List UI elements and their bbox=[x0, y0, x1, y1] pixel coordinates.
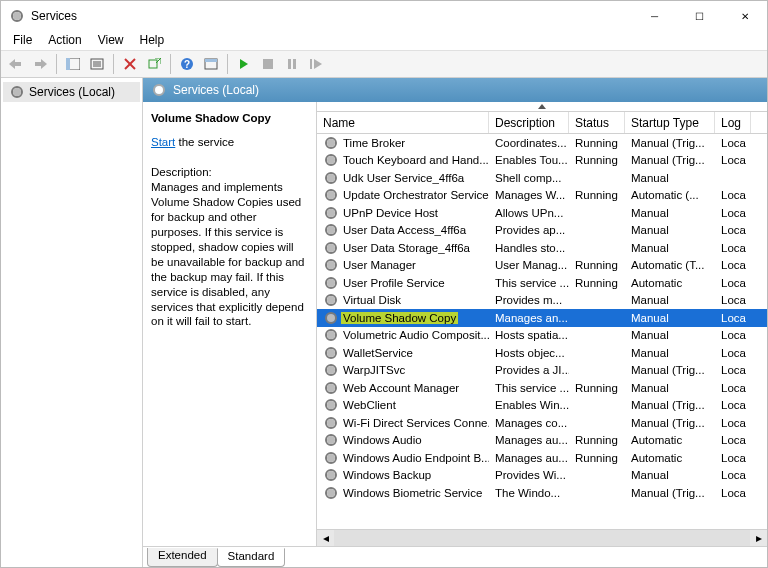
cell-logon: Loca bbox=[715, 137, 751, 149]
table-row[interactable]: UPnP Device HostAllows UPn...ManualLoca bbox=[317, 204, 767, 222]
minimize-button[interactable]: ─ bbox=[632, 1, 677, 31]
cell-logon: Loca bbox=[715, 382, 751, 394]
show-hide-tree-button[interactable] bbox=[62, 53, 84, 75]
menu-action[interactable]: Action bbox=[40, 31, 89, 50]
tab-extended[interactable]: Extended bbox=[147, 548, 218, 567]
tree-pane[interactable]: Services (Local) bbox=[1, 78, 143, 567]
table-row[interactable]: Windows BackupProvides Wi...ManualLoca bbox=[317, 467, 767, 485]
sort-indicator[interactable] bbox=[317, 102, 767, 112]
table-row[interactable]: User Data Storage_4ff6aHandles sto...Man… bbox=[317, 239, 767, 257]
help-button[interactable]: ? bbox=[176, 53, 198, 75]
scroll-left-icon[interactable]: ◂ bbox=[317, 530, 334, 546]
main-split: Volume Shadow Copy Start the service Des… bbox=[143, 102, 767, 546]
table-row[interactable]: WarpJITSvcProvides a JI...Manual (Trig..… bbox=[317, 362, 767, 380]
table-row[interactable]: User ManagerUser Manag...RunningAutomati… bbox=[317, 257, 767, 275]
table-row[interactable]: Volume Shadow CopyManages an...ManualLoc… bbox=[317, 309, 767, 327]
detail-title: Volume Shadow Copy bbox=[151, 112, 308, 124]
table-row[interactable]: Update Orchestrator ServiceManages W...R… bbox=[317, 187, 767, 205]
scroll-right-icon[interactable]: ▸ bbox=[750, 530, 767, 546]
window-title: Services bbox=[31, 9, 77, 23]
restart-service-button[interactable] bbox=[305, 53, 327, 75]
table-row[interactable]: User Profile ServiceThis service ...Runn… bbox=[317, 274, 767, 292]
cell-logon: Loca bbox=[715, 207, 751, 219]
menu-file[interactable]: File bbox=[5, 31, 40, 50]
tab-strip: Extended Standard bbox=[143, 546, 767, 567]
cell-startup: Manual bbox=[625, 172, 715, 184]
cell-name: UPnP Device Host bbox=[317, 205, 489, 221]
table-row[interactable]: Windows AudioManages au...RunningAutomat… bbox=[317, 432, 767, 450]
cell-logon: Loca bbox=[715, 329, 751, 341]
table-row[interactable]: Udk User Service_4ff6aShell comp...Manua… bbox=[317, 169, 767, 187]
gear-icon bbox=[323, 152, 339, 168]
gear-icon bbox=[323, 450, 339, 466]
detail-desc-label: Description: bbox=[151, 166, 308, 178]
cell-name: Udk User Service_4ff6a bbox=[317, 170, 489, 186]
gear-icon bbox=[323, 222, 339, 238]
col-status[interactable]: Status bbox=[569, 112, 625, 133]
cell-name: Touch Keyboard and Hand... bbox=[317, 152, 489, 168]
cell-name: Update Orchestrator Service bbox=[317, 187, 489, 203]
table-row[interactable]: User Data Access_4ff6aProvides ap...Manu… bbox=[317, 222, 767, 240]
export-button[interactable] bbox=[143, 53, 165, 75]
gear-icon bbox=[323, 380, 339, 396]
cell-logon: Loca bbox=[715, 434, 751, 446]
cell-logon: Loca bbox=[715, 417, 751, 429]
subheader-title: Services (Local) bbox=[173, 83, 259, 97]
pause-service-button[interactable] bbox=[281, 53, 303, 75]
start-link[interactable]: Start bbox=[151, 136, 175, 148]
cell-description: Hosts objec... bbox=[489, 347, 569, 359]
stop-service-button[interactable] bbox=[257, 53, 279, 75]
col-name[interactable]: Name bbox=[317, 112, 489, 133]
gear-icon bbox=[323, 205, 339, 221]
table-row[interactable]: Web Account ManagerThis service ...Runni… bbox=[317, 379, 767, 397]
cell-name: User Data Storage_4ff6a bbox=[317, 240, 489, 256]
nav-back-button[interactable] bbox=[5, 53, 27, 75]
cell-logon: Loca bbox=[715, 347, 751, 359]
col-logon[interactable]: Log bbox=[715, 112, 751, 133]
cell-description: Hosts spatia... bbox=[489, 329, 569, 341]
col-startup[interactable]: Startup Type bbox=[625, 112, 715, 133]
cell-startup: Automatic (... bbox=[625, 189, 715, 201]
properties-button[interactable] bbox=[86, 53, 108, 75]
cell-description: Manages au... bbox=[489, 434, 569, 446]
svg-rect-3 bbox=[66, 58, 70, 70]
cell-name: Time Broker bbox=[317, 135, 489, 151]
refresh-button[interactable] bbox=[200, 53, 222, 75]
cell-startup: Automatic bbox=[625, 434, 715, 446]
toolbar-separator bbox=[56, 54, 57, 74]
cell-status: Running bbox=[569, 154, 625, 166]
svg-rect-16 bbox=[263, 59, 273, 69]
table-row[interactable]: WalletServiceHosts objec...ManualLoca bbox=[317, 344, 767, 362]
maximize-button[interactable]: ☐ bbox=[677, 1, 722, 31]
cell-status: Running bbox=[569, 137, 625, 149]
tab-standard[interactable]: Standard bbox=[217, 548, 286, 567]
detail-action: Start the service bbox=[151, 136, 308, 148]
table-row[interactable]: Wi-Fi Direct Services Conne...Manages co… bbox=[317, 414, 767, 432]
table-row[interactable]: Virtual DiskProvides m...ManualLoca bbox=[317, 292, 767, 310]
cell-startup: Manual bbox=[625, 242, 715, 254]
delete-button[interactable] bbox=[119, 53, 141, 75]
close-button[interactable]: ✕ bbox=[722, 1, 767, 31]
cell-startup: Automatic bbox=[625, 277, 715, 289]
gear-icon bbox=[323, 240, 339, 256]
menu-help[interactable]: Help bbox=[132, 31, 173, 50]
cell-name: Web Account Manager bbox=[317, 380, 489, 396]
list-body[interactable]: Time BrokerCoordinates...RunningManual (… bbox=[317, 134, 767, 529]
col-description[interactable]: Description bbox=[489, 112, 569, 133]
menu-view[interactable]: View bbox=[90, 31, 132, 50]
table-row[interactable]: WebClientEnables Win...Manual (Trig...Lo… bbox=[317, 397, 767, 415]
tree-root-item[interactable]: Services (Local) bbox=[3, 82, 140, 102]
gear-icon bbox=[323, 397, 339, 413]
scroll-thumb[interactable] bbox=[334, 530, 750, 546]
cell-logon: Loca bbox=[715, 312, 751, 324]
table-row[interactable]: Volumetric Audio Composit...Hosts spatia… bbox=[317, 327, 767, 345]
start-service-button[interactable] bbox=[233, 53, 255, 75]
cell-startup: Manual (Trig... bbox=[625, 417, 715, 429]
table-row[interactable]: Windows Biometric ServiceThe Windo...Man… bbox=[317, 484, 767, 502]
cell-startup: Manual (Trig... bbox=[625, 487, 715, 499]
table-row[interactable]: Windows Audio Endpoint B...Manages au...… bbox=[317, 449, 767, 467]
nav-forward-button[interactable] bbox=[29, 53, 51, 75]
horizontal-scrollbar[interactable]: ◂ ▸ bbox=[317, 529, 767, 546]
table-row[interactable]: Time BrokerCoordinates...RunningManual (… bbox=[317, 134, 767, 152]
table-row[interactable]: Touch Keyboard and Hand...Enables Tou...… bbox=[317, 152, 767, 170]
